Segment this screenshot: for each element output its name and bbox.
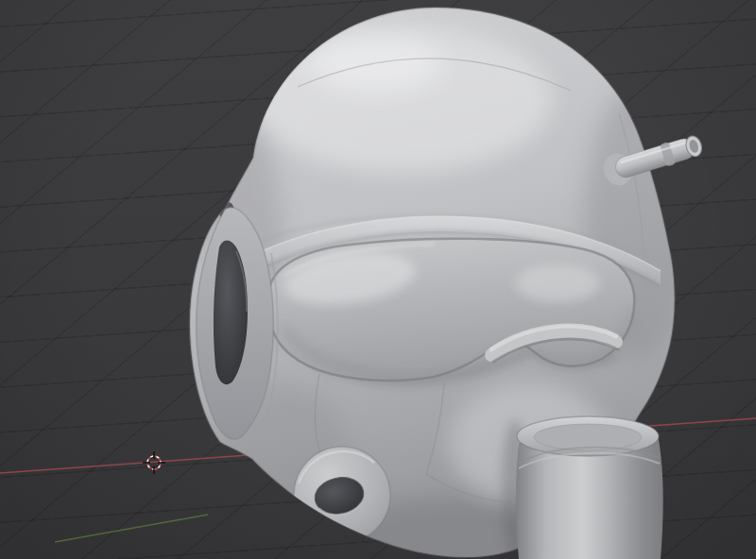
y-axis-line bbox=[55, 515, 208, 542]
filter-canister bbox=[516, 416, 663, 559]
helmet-model[interactable] bbox=[190, 8, 706, 559]
cheek-port bbox=[294, 447, 390, 543]
scene-canvas bbox=[0, 0, 756, 559]
goggle-lens bbox=[268, 239, 635, 381]
cursor-crosshair bbox=[143, 451, 165, 474]
3d-viewport[interactable] bbox=[0, 0, 756, 559]
3d-cursor[interactable] bbox=[143, 451, 165, 474]
